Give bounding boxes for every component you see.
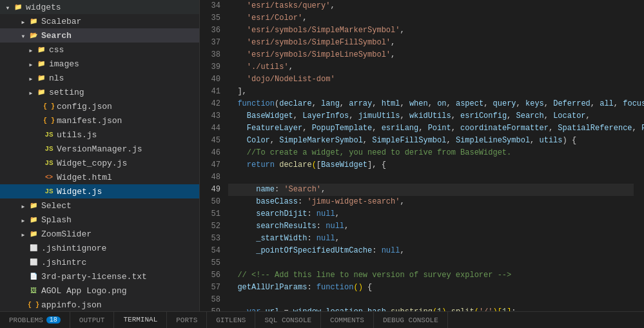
tab-sql-console[interactable]: SQL CONSOLE <box>255 312 321 329</box>
main-area: 📁 widgets 📁 Scalebar 📂 Search 📁 css 📁 im… <box>0 0 644 311</box>
sidebar-item-scalebar[interactable]: 📁 Scalebar <box>0 14 199 28</box>
sidebar-item-search[interactable]: 📂 Search <box>0 28 199 43</box>
sidebar-item-widget-copy-js[interactable]: JS Widget_copy.js <box>0 156 199 170</box>
folder-icon-open: 📂 <box>28 30 39 41</box>
txt-icon: 📄 <box>28 271 39 282</box>
sidebar-item-3rdparty[interactable]: 📄 3rd-party-license.txt <box>0 269 199 284</box>
tab-debug-console[interactable]: DEBUG CONSOLE <box>374 312 448 329</box>
folder-icon: 📁 <box>13 2 23 12</box>
sidebar-item-widget-html[interactable]: <> Widget.html <box>0 170 199 184</box>
spacer-icon <box>34 158 44 168</box>
sidebar-item-manifest-json[interactable]: { } manifest.json <box>0 113 199 128</box>
spacer-icon <box>18 257 28 267</box>
arrow-right-icon <box>18 215 28 225</box>
sidebar-item-appinfo-json[interactable]: { } appinfo.json <box>0 298 199 311</box>
arrow-right-icon <box>26 59 36 69</box>
folder-icon: 📁 <box>28 229 39 239</box>
spacer-icon <box>18 271 28 282</box>
sidebar-item-zoomslider[interactable]: 📁 ZoomSlider <box>0 227 199 241</box>
html-icon: <> <box>44 172 54 182</box>
tab-problems[interactable]: PROBLEMS 18 <box>0 312 70 329</box>
spacer-icon <box>34 115 44 126</box>
js-icon: JS <box>44 144 54 154</box>
spacer-icon <box>18 243 28 253</box>
bottom-panel: PROBLEMS 18 OUTPUT TERMINAL PORTS GITLEN… <box>0 311 644 328</box>
sidebar-item-images[interactable]: 📁 images <box>0 57 199 71</box>
folder-icon: 📁 <box>28 200 39 211</box>
sidebar-item-css[interactable]: 📁 css <box>0 43 199 57</box>
spacer-icon <box>34 101 44 111</box>
tab-ports[interactable]: PORTS <box>167 312 207 329</box>
sidebar-item-versionmanager-js[interactable]: JS VersionManager.js <box>0 142 199 156</box>
arrow-right-icon <box>18 229 28 239</box>
code-content[interactable]: 3435363738 3940414243 4445464748 4950515… <box>200 0 644 311</box>
json-icon: { } <box>44 101 54 111</box>
sidebar-item-setting[interactable]: 📁 setting <box>0 85 199 99</box>
arrow-right-icon <box>26 44 36 55</box>
folder-icon: 📁 <box>28 215 39 225</box>
sidebar-item-splash[interactable]: 📁 Splash <box>0 213 199 227</box>
js-icon: JS <box>44 130 54 140</box>
arrow-right-icon <box>26 87 36 97</box>
img-icon: 🖼 <box>28 285 39 296</box>
arrow-down-icon <box>18 30 28 41</box>
sidebar-item-jshintignore[interactable]: ⬜ .jshintignore <box>0 241 199 255</box>
tab-gitlens[interactable]: GITLENS <box>207 312 255 329</box>
folder-icon: 📁 <box>36 87 46 97</box>
sidebar-item-utils-js[interactable]: JS utils.js <box>0 128 199 142</box>
arrow-down-icon <box>3 2 13 12</box>
spacer-icon <box>18 285 28 296</box>
sidebar-item-widgets[interactable]: 📁 widgets <box>0 0 199 14</box>
spacer-icon <box>34 186 44 197</box>
arrow-right-icon <box>26 73 36 83</box>
sidebar-item-select[interactable]: 📁 Select <box>0 198 199 213</box>
spacer-icon <box>34 172 44 182</box>
spacer-icon <box>18 300 28 310</box>
sidebar: 📁 widgets 📁 Scalebar 📂 Search 📁 css 📁 im… <box>0 0 200 311</box>
code-lines: 'esri/tasks/query', 'esri/Color', 'esri/… <box>228 0 644 311</box>
sidebar-item-widget-js[interactable]: JS Widget.js <box>0 184 199 198</box>
sidebar-item-nls[interactable]: 📁 nls <box>0 71 199 85</box>
js-icon: JS <box>44 186 54 197</box>
file-icon: ⬜ <box>28 257 39 267</box>
spacer-icon <box>34 144 44 154</box>
folder-icon: 📁 <box>36 44 46 55</box>
js-icon: JS <box>44 158 54 168</box>
json-icon: { } <box>44 115 54 126</box>
folder-icon: 📁 <box>28 16 39 26</box>
folder-icon: 📁 <box>36 59 46 69</box>
file-icon: ⬜ <box>28 243 39 253</box>
editor-area: 3435363738 3940414243 4445464748 4950515… <box>200 0 644 311</box>
tab-comments[interactable]: COMMENTS <box>321 312 374 329</box>
sidebar-item-agol-logo[interactable]: 🖼 AGOL App Logo.png <box>0 284 199 298</box>
arrow-right-icon <box>18 16 28 26</box>
folder-icon: 📁 <box>36 73 46 83</box>
sidebar-item-config-json[interactable]: { } config.json <box>0 99 199 113</box>
json-icon: { } <box>28 300 39 310</box>
spacer-icon <box>34 130 44 140</box>
tab-terminal[interactable]: TERMINAL <box>114 312 167 329</box>
sidebar-item-jshintrc[interactable]: ⬜ .jshintrc <box>0 255 199 269</box>
line-numbers: 3435363738 3940414243 4445464748 4950515… <box>200 0 228 311</box>
tab-output[interactable]: OUTPUT <box>70 312 115 329</box>
arrow-right-icon <box>18 200 28 211</box>
